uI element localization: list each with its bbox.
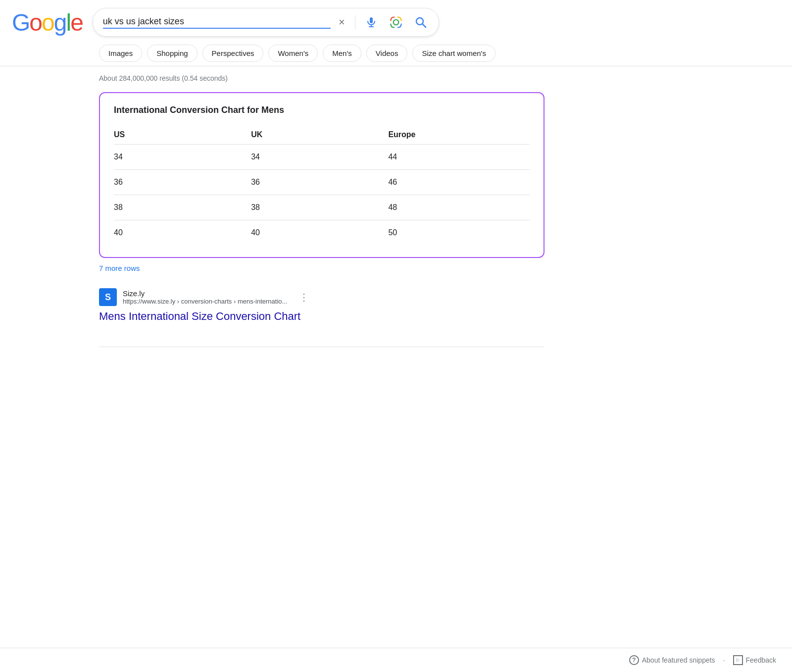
logo-o2: o: [42, 9, 54, 36]
feedback-icon: ⚐: [733, 655, 743, 665]
filter-tabs: Images Shopping Perspectives Women's Men…: [0, 41, 792, 66]
table-header-row: US UK Europe: [114, 125, 530, 145]
svg-point-3: [394, 20, 399, 25]
more-rows-link[interactable]: 7 more rows: [99, 264, 140, 272]
col-uk: UK: [251, 125, 388, 145]
lens-icon: [389, 15, 403, 29]
svg-rect-0: [370, 17, 373, 23]
col-us: US: [114, 125, 251, 145]
table-row: 38 38 48: [114, 195, 530, 220]
logo-e: e: [70, 9, 83, 36]
google-logo[interactable]: Google: [12, 9, 83, 36]
cell-uk-34: 34: [251, 145, 388, 170]
clear-icon: ×: [339, 16, 345, 29]
result-title-link[interactable]: Mens International Size Conversion Chart: [99, 310, 300, 323]
col-europe: Europe: [388, 125, 530, 145]
cell-us-38: 38: [114, 195, 251, 220]
bottom-divider: [99, 347, 544, 347]
snippet-title: International Conversion Chart for Mens: [114, 105, 530, 115]
bottom-dot: ·: [723, 656, 725, 664]
source-name: Size.ly: [123, 289, 287, 298]
tab-perspectives[interactable]: Perspectives: [202, 45, 264, 62]
results-count: About 284,000,000 results (0.54 seconds): [99, 74, 780, 82]
table-row: 34 34 44: [114, 145, 530, 170]
source-more-button[interactable]: ⋮: [295, 289, 313, 305]
tab-videos[interactable]: Videos: [366, 45, 408, 62]
source-result: S Size.ly https://www.size.ly › conversi…: [99, 288, 544, 323]
cell-eu-50: 50: [388, 220, 530, 246]
mic-icon: [365, 16, 377, 28]
results-area: About 284,000,000 results (0.54 seconds)…: [0, 66, 792, 331]
cell-us-40: 40: [114, 220, 251, 246]
tab-mens[interactable]: Men's: [323, 45, 361, 62]
source-meta: S Size.ly https://www.size.ly › conversi…: [99, 288, 544, 306]
size-conversion-table: US UK Europe 34 34 44 36 36 46 38: [114, 125, 530, 245]
search-icon: [415, 16, 427, 28]
tab-womens[interactable]: Women's: [268, 45, 318, 62]
cell-us-36: 36: [114, 170, 251, 195]
cell-uk-36: 36: [251, 170, 388, 195]
about-snippets-label: About featured snippets: [642, 656, 715, 664]
logo-o1: o: [29, 9, 42, 36]
search-button[interactable]: [413, 14, 429, 30]
cell-eu-44: 44: [388, 145, 530, 170]
image-search-button[interactable]: [387, 13, 405, 31]
search-input[interactable]: [103, 16, 331, 29]
voice-search-button[interactable]: [363, 14, 379, 30]
about-snippets-link[interactable]: ? About featured snippets: [629, 655, 715, 665]
cell-uk-38: 38: [251, 195, 388, 220]
feedback-link[interactable]: ⚐ Feedback: [733, 655, 776, 665]
source-info: Size.ly https://www.size.ly › conversion…: [123, 289, 287, 305]
cell-uk-40: 40: [251, 220, 388, 246]
search-divider: [355, 15, 355, 29]
cell-eu-48: 48: [388, 195, 530, 220]
source-favicon: S: [99, 288, 117, 306]
featured-snippet-card: International Conversion Chart for Mens …: [99, 92, 544, 258]
tab-size-chart-womens[interactable]: Size chart women's: [412, 45, 495, 62]
table-row: 40 40 50: [114, 220, 530, 246]
table-row: 36 36 46: [114, 170, 530, 195]
cell-us-34: 34: [114, 145, 251, 170]
tab-images[interactable]: Images: [99, 45, 142, 62]
feedback-label: Feedback: [746, 656, 776, 664]
search-icons: ×: [337, 13, 429, 31]
bottom-bar: ? About featured snippets · ⚐ Feedback: [0, 648, 792, 672]
clear-button[interactable]: ×: [337, 14, 347, 31]
search-bar: ×: [93, 8, 439, 37]
svg-line-5: [422, 24, 426, 28]
logo-l: l: [66, 9, 70, 36]
source-url: https://www.size.ly › conversion-charts …: [123, 298, 287, 305]
tab-shopping[interactable]: Shopping: [147, 45, 197, 62]
help-icon: ?: [629, 655, 639, 665]
header: Google ×: [0, 0, 792, 41]
cell-eu-46: 46: [388, 170, 530, 195]
logo-g1: G: [12, 9, 29, 36]
logo-g2: g: [54, 9, 66, 36]
